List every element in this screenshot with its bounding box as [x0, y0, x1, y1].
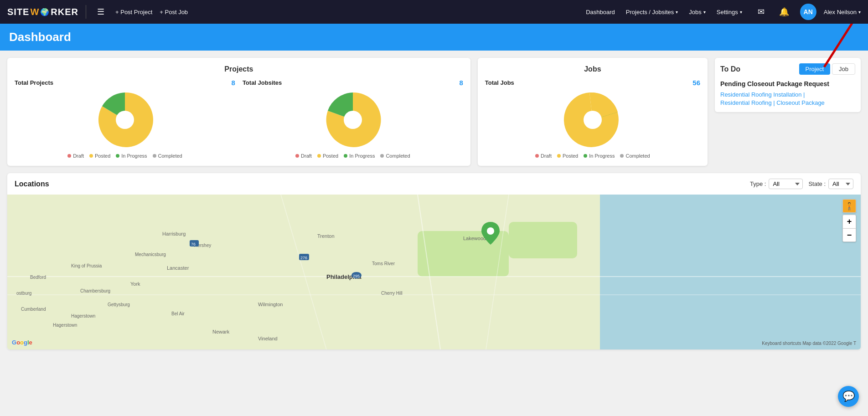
navbar: SITEW🌍RKER ☰ + Post Project + Post Job D… — [0, 0, 868, 24]
svg-text:276: 276 — [300, 256, 307, 260]
user-name[interactable]: Alex Neilson ▾ — [824, 9, 861, 15]
svg-text:Cherry Hill: Cherry Hill — [381, 291, 403, 296]
svg-point-42 — [487, 227, 494, 235]
svg-text:Cumberland: Cumberland — [21, 307, 46, 312]
nav-links: Dashboard Projects / Jobsites ▾ Jobs ▾ S… — [581, 6, 747, 18]
google-logo: Google — [12, 339, 32, 346]
svg-text:Trenton: Trenton — [317, 233, 335, 239]
avatar[interactable]: AN — [800, 4, 816, 20]
post-project-button[interactable]: + Post Project — [115, 9, 152, 15]
svg-text:King of Prussia: King of Prussia — [71, 263, 102, 268]
completed-dot — [153, 154, 156, 158]
type-select[interactable]: All Project Job — [769, 179, 803, 189]
locations-title: Locations — [15, 180, 49, 188]
page-header: Dashboard — [0, 24, 868, 51]
projects-jobs-card: Projects Total Projects 8 — [7, 58, 470, 166]
zoom-in-button[interactable]: + — [842, 215, 856, 228]
projects-pie-container — [15, 90, 235, 149]
settings-chevron-icon: ▾ — [740, 10, 742, 15]
total-jobs-count: 56 — [692, 79, 700, 87]
hamburger-menu[interactable]: ☰ — [93, 5, 108, 19]
nav-projects-jobsites[interactable]: Projects / Jobsites ▾ — [621, 6, 683, 18]
jobs-card-title: Jobs — [485, 65, 700, 73]
user-chevron-icon: ▾ — [858, 10, 861, 15]
map-container[interactable]: Harrisburg Hershey Mechanicsburg Lancast… — [7, 195, 861, 349]
page-title: Dashboard — [9, 30, 859, 44]
locations-filters: Type : All Project Job State : All PA NJ… — [750, 179, 853, 189]
svg-text:Gettysburg: Gettysburg — [108, 302, 130, 307]
svg-text:ostburg: ostburg — [16, 291, 31, 296]
svg-text:Newark: Newark — [212, 329, 230, 334]
top-row: Projects Total Projects 8 — [7, 58, 861, 166]
total-jobsites-count: 8 — [459, 79, 463, 87]
projects-pie-chart — [95, 90, 155, 149]
in-progress-dot — [116, 154, 119, 158]
svg-text:Bel Air: Bel Air — [171, 311, 185, 316]
svg-text:Bedford: Bedford — [30, 275, 46, 280]
jobsites-legend-draft: Draft — [295, 153, 312, 159]
total-projects-count: 8 — [232, 79, 235, 87]
svg-rect-8 — [509, 222, 577, 258]
todo-item-title: Pending Closeout Package Request — [720, 80, 855, 87]
todo-link-1[interactable]: Residential Roofing Installation | — [720, 91, 805, 98]
todo-item-link[interactable]: Residential Roofing Installation | Resid… — [720, 90, 855, 107]
nav-settings[interactable]: Settings ▾ — [712, 6, 747, 18]
type-label: Type : — [750, 180, 766, 187]
svg-text:Lancaster: Lancaster — [167, 265, 189, 271]
projects-card-title: Projects — [15, 65, 463, 73]
svg-text:Toms River: Toms River — [372, 261, 395, 266]
type-filter-group: Type : All Project Job — [750, 179, 803, 189]
app-logo[interactable]: SITEW🌍RKER — [7, 7, 78, 17]
pegman-button[interactable]: 🧍 — [842, 199, 856, 213]
jobsites-pie-container — [243, 90, 463, 149]
post-job-button[interactable]: + Post Job — [160, 9, 188, 15]
svg-point-1 — [344, 111, 362, 129]
svg-text:Hagerstown: Hagerstown — [71, 313, 95, 318]
total-jobs-label: Total Jobs 56 — [485, 79, 700, 87]
locations-card: Locations Type : All Project Job State :… — [7, 173, 861, 349]
jobsites-pie-legend: Draft Posted In Progress Completed — [243, 153, 463, 159]
svg-point-0 — [116, 111, 134, 129]
projects-stats-row: Total Projects 8 — [15, 79, 463, 159]
svg-text:York: York — [130, 281, 140, 287]
posted-dot — [89, 154, 93, 158]
draft-dot — [67, 154, 71, 158]
jobsites-legend-posted: Posted — [317, 153, 338, 159]
svg-text:Lakewood: Lakewood — [463, 236, 486, 241]
jobs-pie-chart — [563, 90, 622, 149]
todo-header: To Do Project Job — [720, 63, 855, 75]
jobsites-pie-chart — [323, 90, 382, 149]
todo-panel: To Do Project Job Pending Closeout Packa… — [715, 58, 861, 112]
state-select[interactable]: All PA NJ NY DE MD — [828, 179, 853, 189]
bell-icon[interactable]: 🔔 — [775, 5, 793, 19]
svg-text:295: 295 — [353, 274, 360, 278]
nav-dashboard[interactable]: Dashboard — [581, 6, 620, 18]
svg-text:Wilmington: Wilmington — [258, 302, 283, 307]
projects-pie-legend: Draft Posted In Progress Completed — [15, 153, 235, 159]
total-projects-label: Total Projects 8 — [15, 79, 235, 87]
mail-icon[interactable]: ✉ — [754, 5, 768, 19]
svg-text:Harrisburg: Harrisburg — [162, 231, 186, 236]
svg-point-2 — [584, 111, 602, 129]
svg-text:76: 76 — [191, 242, 196, 247]
tab-job[interactable]: Job — [832, 63, 855, 75]
total-jobsites-label: Total Jobsites 8 — [243, 79, 463, 87]
total-jobsites-block: Total Jobsites 8 — [243, 79, 463, 159]
todo-tabs: Project Job — [799, 63, 855, 75]
svg-text:Mechanicsburg: Mechanicsburg — [135, 252, 166, 257]
jobsites-legend-in-progress: In Progress — [344, 153, 375, 159]
jobs-pie-legend: Draft Posted In Progress Completed — [485, 153, 700, 159]
zoom-out-button[interactable]: − — [842, 228, 856, 242]
tab-project[interactable]: Project — [799, 63, 830, 75]
map-controls: 🧍 + − — [842, 199, 856, 242]
nav-divider — [86, 5, 86, 19]
legend-in-progress: In Progress — [116, 153, 147, 159]
nav-jobs[interactable]: Jobs ▾ — [684, 6, 710, 18]
svg-text:Hagerstown: Hagerstown — [53, 323, 77, 328]
todo-link-2[interactable]: Residential Roofing | Closeout Package — [720, 99, 825, 106]
legend-completed: Completed — [153, 153, 182, 159]
todo-wrapper: To Do Project Job Pending Closeout Packa… — [715, 58, 861, 112]
map-footer: Keyboard shortcuts Map data ©2022 Google… — [762, 341, 856, 346]
svg-text:Vineland: Vineland — [258, 336, 278, 341]
jobs-pie-container — [485, 90, 700, 149]
